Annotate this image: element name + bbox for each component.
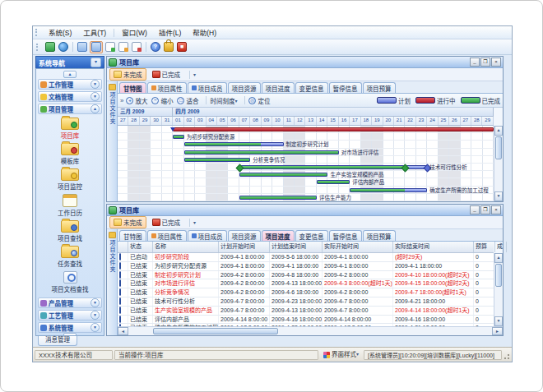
gantt-bar-completed[interactable] [184,142,284,146]
maximize-button[interactable]: ❐ [480,58,490,67]
maximize-button[interactable]: ❐ [480,205,490,214]
table-row[interactable]: 已结束分析竞争情况2009-4-2 8:00:002009-4-6 18:00:… [118,288,494,297]
gantt-bar-completed[interactable] [317,180,350,184]
column-header-实际结束时间[interactable]: 实际结束时间 [393,242,474,252]
chevron-up-icon[interactable]: ▲ [90,104,100,113]
scroll-down-arrow-icon[interactable]: ▼ [494,191,503,201]
scrollbar-thumb[interactable] [495,136,502,159]
column-header-成[interactable]: 成 [495,242,507,252]
scroll-down-arrow-icon[interactable]: ▼ [494,316,503,326]
gantt-bar-inprogress[interactable] [173,127,494,131]
table-row[interactable]: 已结束为初步研究分配资源2009-4-1 8:00:002009-4-1 18:… [118,262,494,271]
sidebar-group-系统管理[interactable]: 系统管理▼ [38,322,102,333]
folder-closed-button[interactable] [77,42,88,53]
close-button[interactable]: × [491,205,501,214]
sidebar-group-项目管理[interactable]: 项目管理▲ [38,104,102,114]
sidebar-item-项目库[interactable]: 项目库 [61,118,80,140]
scroll-up-arrow-icon[interactable]: ▲ [494,253,503,263]
tab-变更信息[interactable]: 变更信息 [295,230,328,241]
column-header-预算[interactable]: 预算 [474,242,495,252]
menu-item-4[interactable]: 插件(L) [153,27,187,39]
scroll-right-arrow-icon[interactable]: ► [492,327,503,335]
filter-已完成[interactable]: 已完成 [149,217,184,228]
column-header-状态[interactable]: 状态 [128,242,153,252]
tab-项目属性[interactable]: 项目属性 [147,82,187,93]
tab-项目预算[interactable]: 项目预算 [363,230,396,241]
tab-项目预算[interactable]: 项目预算 [363,82,396,93]
tab-甘特图[interactable]: 甘特图 [119,230,146,241]
chevron-down-icon[interactable]: ▼ [90,311,100,320]
report-remove-button[interactable] [131,42,142,53]
scroll-left-arrow-icon[interactable]: ◄ [118,327,128,335]
table-row[interactable]: 已结束对市场进行评估2009-4-2 8:00:002009-4-13 18:0… [118,279,494,288]
panel-titlebar[interactable]: 项目库_❐× [107,57,503,68]
fit-button[interactable]: □适合 [177,96,198,105]
menu-item-5[interactable]: 帮助(H) [187,27,222,39]
tab-项目成员[interactable]: 项目成员 [188,230,227,241]
new-window-button[interactable] [44,42,56,53]
horizontal-scrollbar[interactable]: ◄► [118,326,503,335]
gantt-bar-completed[interactable] [239,196,317,200]
drag-handle-icon[interactable] [35,29,39,36]
sidebar-item-工作日历[interactable]: 工作日历 [58,194,82,217]
tab-项目资源[interactable]: 项目资源 [228,82,261,93]
filter-未完成[interactable]: 未完成 [109,216,146,228]
tab-项目资源[interactable]: 项目资源 [228,230,261,241]
lock-button[interactable] [163,42,174,53]
column-header-计划结束时间[interactable]: 计划结束时间 [270,242,323,252]
panel-titlebar[interactable]: 项目库_❐× [107,205,503,216]
zoom-out-button[interactable]: −缩小 [151,96,173,105]
gantt-bar-completed[interactable] [184,158,251,162]
zoom-in-button[interactable]: +放大 [126,96,147,105]
table-row[interactable]: 已结束评估内部产品2009-4-14 8:00:002009-4-16 18:0… [118,316,494,325]
table-row[interactable]: 已结束制定初步研究计划2009-4-2 8:00:002009-4-8 18:0… [118,271,494,280]
chevron-down-icon[interactable]: ▾ [193,219,196,225]
sidebar-item-项目文档查找[interactable]: 项目文档查找 [52,271,89,293]
browser-button[interactable] [58,42,69,53]
table-row[interactable]: 已结束技术可行性分析2009-4-7 8:00:002009-4-23 18:0… [118,297,494,307]
drag-handle-icon[interactable] [36,44,40,51]
chevron-up-icon[interactable]: ▲ [63,71,77,78]
tab-暂停信息[interactable]: 暂停信息 [329,82,362,93]
column-header-计划开始时间[interactable]: 计划开始时间 [219,242,270,252]
menu-item-1[interactable]: 系统(S) [43,27,77,39]
minimize-button[interactable]: _ [470,205,480,214]
scrollbar-thumb[interactable] [495,264,502,287]
vertical-scrollbar[interactable]: ▲▼ [494,253,503,326]
chevron-down-icon[interactable]: ▼ [90,92,100,101]
chevron-down-icon[interactable]: ▼ [90,80,100,89]
vertical-tab-project-folder[interactable]: 项目文件夹 [107,229,118,335]
help-button[interactable]: ? [150,42,161,53]
sidebar-group-工艺管理[interactable]: 工艺管理▼ [38,310,102,321]
locate-button[interactable]: ◎定位 [248,96,270,105]
chevron-down-icon[interactable]: ▼ [90,323,100,332]
scrollbar-thumb[interactable] [153,328,278,334]
tab-项目属性[interactable]: 项目属性 [147,230,187,241]
table-row[interactable]: 已结束生产实验室规模的产品2009-4-7 8:00:002009-4-13 1… [118,307,494,316]
tab-甘特图[interactable]: 甘特图 [119,82,146,93]
tab-项目进度[interactable]: 项目进度 [262,82,295,93]
gantt-bar-completed[interactable] [350,188,427,192]
resize-grip[interactable] [504,350,510,360]
sidebar-item-模板库[interactable]: 模板库 [61,143,80,165]
menu-item-2[interactable]: 工具(T) [77,27,112,39]
report-add-button[interactable] [104,42,116,53]
tab-变更信息[interactable]: 变更信息 [295,82,328,93]
close-button[interactable]: × [491,58,501,67]
toolbar-overflow-icon[interactable]: » [120,97,123,104]
table-row[interactable]: 已结束确定生产所需的加工过程2009-4-17 8:00:002009-4-23… [118,324,494,326]
filter-未完成[interactable]: 未完成 [109,68,146,81]
tab-暂停信息[interactable]: 暂停信息 [329,230,362,241]
column-header-名称[interactable]: 名称 [153,242,219,252]
tab-项目进度[interactable]: 项目进度 [262,230,295,241]
filter-已完成[interactable]: 已完成 [149,69,184,80]
gantt-bar-completed[interactable] [184,150,339,154]
time-scale-dropdown[interactable]: 时间刻度 ▾ [210,96,237,105]
sidebar-item-任务查找[interactable]: 任务查找 [58,246,82,268]
sidebar-item-项目查找[interactable]: 项目查找 [58,220,82,242]
exit-button[interactable]: ■ [176,42,188,53]
column-header-实际开始时间[interactable]: 实际开始时间 [323,242,393,252]
gantt-bar-completed[interactable] [173,135,183,139]
folder-open-button[interactable] [90,41,103,53]
gantt-chart[interactable]: 为初步研究分配资源制定初步研究计划对市场进行评估分析竞争情况技术可行性分析生产实… [118,126,494,201]
